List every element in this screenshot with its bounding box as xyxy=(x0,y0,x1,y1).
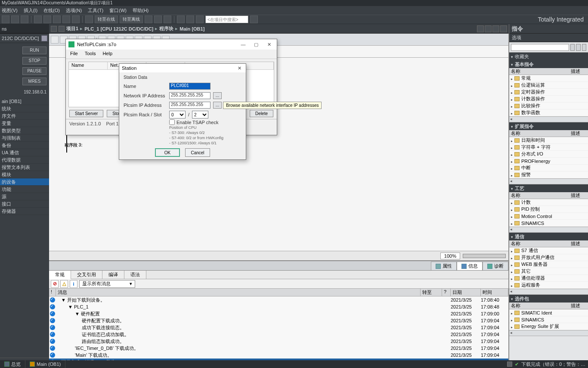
minimize-icon[interactable]: ― xyxy=(238,42,248,47)
tree-item[interactable]: 报警文本列表 xyxy=(0,164,49,171)
tb-icon[interactable] xyxy=(2,16,9,23)
ok-button[interactable]: OK xyxy=(155,148,180,157)
message-row[interactable]: 硬件配置下载成功。2021/3/2517:09:04 xyxy=(49,317,508,324)
sim-cpu-row[interactable]: 212C DC/DC/DC] xyxy=(0,34,49,43)
tb-icon[interactable] xyxy=(177,16,185,23)
tree-item[interactable]: 数据类型 xyxy=(0,127,49,134)
network-ip-input[interactable]: 255.255.255.255 xyxy=(169,92,210,99)
tree-item[interactable]: 存储器 xyxy=(0,208,49,215)
message-row[interactable]: ▼ 开始下载到设备。2021/3/2517:08:40 xyxy=(49,296,508,303)
instruction-item[interactable]: SINAMICS xyxy=(509,316,588,323)
instruction-item[interactable]: 通信处理器 xyxy=(509,275,588,282)
status-tab-main[interactable]: Main (OB1) xyxy=(25,360,65,368)
instruction-item[interactable]: S7 通信 xyxy=(509,247,588,254)
instruction-item[interactable]: SIMATIC Ident xyxy=(509,309,588,316)
instruction-item[interactable]: PROFIenergy xyxy=(509,158,588,165)
slot-select[interactable]: 2 xyxy=(192,111,208,119)
delete-button[interactable]: Delete xyxy=(250,110,273,117)
instruction-item[interactable]: 分布式 I/O xyxy=(509,151,588,158)
tb-icon[interactable] xyxy=(85,16,93,23)
h-scrollbar[interactable] xyxy=(509,330,588,336)
restore-icon[interactable] xyxy=(492,25,499,32)
mres-button[interactable]: MRES xyxy=(22,78,46,85)
instruction-item[interactable]: 常规 xyxy=(509,75,588,82)
filter-error-icon[interactable]: ⊘ xyxy=(51,280,59,288)
instruction-item[interactable]: 字符串 + 字符 xyxy=(509,144,588,151)
h-scrollbar[interactable] xyxy=(509,227,588,233)
section-header[interactable]: 通信 xyxy=(509,233,588,240)
instruction-item[interactable]: 定时器操作 xyxy=(509,89,588,96)
instruction-item[interactable]: 计数 xyxy=(509,199,588,206)
tree-item[interactable]: 的设备 xyxy=(0,178,49,186)
instruction-item[interactable]: 计数器操作 xyxy=(509,96,588,103)
bc-blocks[interactable]: 程序块 xyxy=(159,25,173,32)
tb-icon[interactable] xyxy=(11,16,19,23)
window-titlebar[interactable]: NetToPLCsim :s7o ― ▢ ✕ xyxy=(66,39,277,50)
message-row[interactable]: ▼ PLC_12021/3/2517:08:48 xyxy=(49,303,508,310)
message-row[interactable]: 证书组态已成功加载。2021/3/2517:09:04 xyxy=(49,331,508,338)
instruction-item[interactable]: Motion Control xyxy=(509,213,588,220)
message-row[interactable]: 'IEC_Timer_0_DB' 下载成功。2021/3/2517:09:04 xyxy=(49,345,508,352)
instruction-item[interactable]: 开放式用户通信 xyxy=(509,254,588,261)
tb-icon[interactable] xyxy=(145,16,152,23)
instruction-item[interactable]: PID 控制 xyxy=(509,206,588,213)
stop-button[interactable]: STOP xyxy=(22,57,46,65)
message-list[interactable]: ▼ 开始下载到设备。2021/3/2517:08:40▼ PLC_12021/3… xyxy=(49,296,508,368)
tree-item[interactable]: 备份 xyxy=(0,142,49,149)
tb-icon[interactable] xyxy=(21,16,28,23)
tb-icon[interactable] xyxy=(53,16,61,23)
message-filter-select[interactable]: 显示所有消息▾ xyxy=(79,280,135,288)
instruction-item[interactable]: 比较操作 xyxy=(509,103,588,109)
filter-info-icon[interactable]: i xyxy=(70,280,77,288)
message-row[interactable]: 路由组态加载成功。2021/3/2517:09:04 xyxy=(49,338,508,345)
filter-warn-icon[interactable]: △ xyxy=(60,280,68,288)
run-button[interactable]: RUN xyxy=(22,47,46,54)
tb-icon[interactable] xyxy=(72,16,80,23)
search-icon[interactable] xyxy=(570,44,575,51)
go-offline-button[interactable]: 转至离线 xyxy=(120,16,143,23)
project-tree[interactable]: ain [OB1]统块序文件变量数据类型与强制表备份UA 通信代理数据报警文本列… xyxy=(0,98,49,358)
close-icon[interactable] xyxy=(500,25,507,32)
tree-item[interactable]: UA 通信 xyxy=(0,149,49,156)
section-favorites[interactable]: 收藏夹 xyxy=(509,53,588,60)
menu-help[interactable]: Help xyxy=(102,51,112,57)
status-tab-overview[interactable]: 总览 xyxy=(0,360,25,368)
subtab-compile[interactable]: 编译 xyxy=(102,271,124,279)
menu-file[interactable]: File xyxy=(70,51,78,57)
menu-view[interactable]: 视图(V) xyxy=(2,7,18,14)
browse-plcsim-button[interactable]: ... xyxy=(213,102,222,109)
zoom-select[interactable]: 100% xyxy=(440,253,460,259)
close-icon[interactable]: ✕ xyxy=(264,42,274,47)
subtab-crossref[interactable]: 交叉引用 xyxy=(71,271,102,279)
bc-plc[interactable]: PLC_1 [CPU 1212C DC/DC/DC] xyxy=(84,26,153,31)
menu-window[interactable]: 窗口(W) xyxy=(109,7,127,14)
instruction-item[interactable]: WEB 服务器 xyxy=(509,261,588,268)
instruction-item[interactable]: 远程服务 xyxy=(509,282,588,289)
zoom-slider[interactable] xyxy=(463,254,506,258)
nav-fwd-icon[interactable] xyxy=(59,26,65,32)
tb-icon[interactable] xyxy=(186,16,194,23)
tree-item[interactable]: 模块 xyxy=(0,171,49,178)
h-scrollbar[interactable] xyxy=(509,289,588,295)
max-icon[interactable] xyxy=(485,25,492,32)
section-header[interactable]: 工艺 xyxy=(509,184,588,192)
tsap-checkbox[interactable] xyxy=(169,119,175,125)
instruction-item[interactable]: 其它 xyxy=(509,268,588,275)
bc-main[interactable]: Main [OB1] xyxy=(179,26,204,31)
panel-options[interactable]: 选项 xyxy=(509,34,588,42)
tab-diagnostics[interactable]: 诊断 xyxy=(483,262,508,270)
tree-item[interactable]: 接口 xyxy=(0,200,49,208)
instruction-item[interactable]: 位逻辑运算 xyxy=(509,82,588,89)
menu-tools[interactable]: Tools xyxy=(85,51,96,57)
instruction-item[interactable]: SINAMICS xyxy=(509,220,588,227)
section-header[interactable]: 选件包 xyxy=(509,295,588,303)
subtab-syntax[interactable]: 语法 xyxy=(124,271,146,279)
tb-icon[interactable] xyxy=(62,16,70,23)
search-opt-icon[interactable] xyxy=(576,44,580,51)
message-row[interactable]: 成功下载连接组态。2021/3/2517:09:04 xyxy=(49,324,508,331)
tree-item[interactable]: 与强制表 xyxy=(0,134,49,142)
tab-info[interactable]: 信息 xyxy=(457,262,483,270)
menu-options[interactable]: 选项(N) xyxy=(66,7,82,14)
message-row[interactable]: ▼ 硬件配置2021/3/2517:09:00 xyxy=(49,310,508,317)
min-icon[interactable] xyxy=(477,25,484,32)
